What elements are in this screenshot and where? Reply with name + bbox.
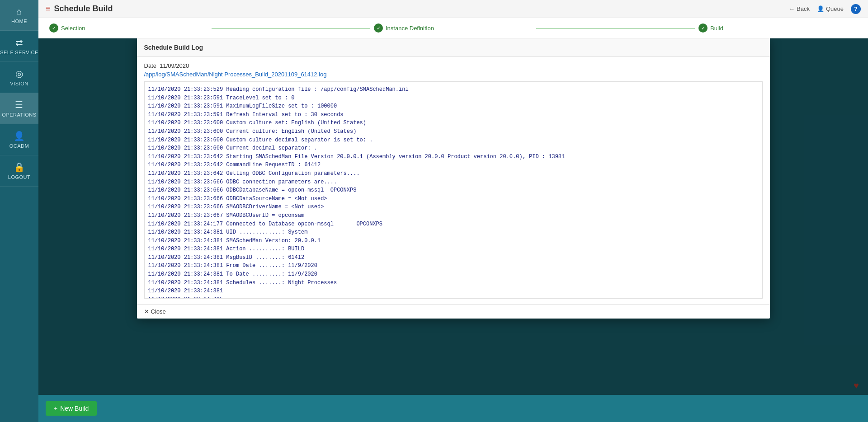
sidebar-item-vision-label: VISION (10, 81, 28, 86)
self-service-icon: ⇄ (15, 37, 24, 48)
help-button[interactable]: ? (851, 4, 861, 14)
queue-icon: 👤 (817, 5, 824, 12)
sidebar-item-vision[interactable]: ◎ VISION (0, 62, 38, 93)
sidebar-item-operations-label: OPERATIONS (2, 112, 36, 117)
date-value: 11/09/2020 (160, 62, 189, 69)
wizard-step-selection: ✓ Selection (49, 23, 208, 33)
sidebar-item-ocadm-label: OCADM (9, 143, 29, 149)
content-area: Schedule Build Log Date 11/09/2020 /app/… (38, 38, 868, 395)
wizard-check-instance: ✓ (374, 23, 383, 33)
page-title: Schedule Build (54, 4, 113, 14)
new-build-button[interactable]: + New Build (46, 401, 97, 416)
modal-header: Schedule Build Log (137, 38, 770, 57)
close-button-label: Close (151, 308, 166, 315)
wizard-step-instance-label: Instance Definition (386, 25, 434, 32)
back-button-label: Back (797, 5, 810, 12)
modal-body: Date 11/09/2020 /app/log/SMASchedMan/Nig… (137, 57, 770, 304)
close-button[interactable]: ✕ Close (144, 308, 166, 315)
sidebar-item-self-service[interactable]: ⇄ SELF SERVICE (0, 31, 38, 62)
logout-icon: 🔒 (14, 162, 25, 173)
sidebar-item-logout-label: LOGOUT (8, 174, 30, 180)
new-build-plus-icon: + (54, 405, 57, 412)
wizard-check-build: ✓ (698, 23, 708, 33)
page-title-bar: ≡ Schedule Build (46, 4, 113, 14)
header-actions: ← Back 👤 Queue ? (789, 4, 861, 14)
wizard-line-2 (536, 28, 695, 28)
wizard-bar: ✓ Selection ✓ Instance Definition ✓ Buil… (38, 18, 868, 38)
wizard-step-build: ✓ Build (698, 23, 857, 33)
sidebar-item-ocadm[interactable]: 👤 OCADM (0, 124, 38, 155)
log-file-link[interactable]: /app/log/SMASchedMan/Night Processes_Bui… (144, 71, 763, 78)
ocadm-icon: 👤 (14, 131, 25, 141)
date-label: Date (144, 62, 156, 69)
log-content[interactable]: 11/10/2020 21:33:23:529 Reading configur… (144, 81, 763, 299)
main-area: ≡ Schedule Build ← Back 👤 Queue ? ✓ Sele… (38, 0, 868, 422)
vision-icon: ◎ (15, 68, 24, 79)
modal-title: Schedule Build Log (144, 44, 203, 51)
wizard-step-instance: ✓ Instance Definition (374, 23, 533, 33)
sidebar-item-logout[interactable]: 🔒 LOGOUT (0, 155, 38, 187)
bottom-bar: + New Build (38, 395, 868, 422)
sidebar-item-operations[interactable]: ☰ OPERATIONS (0, 93, 38, 124)
back-button[interactable]: ← Back (789, 5, 810, 12)
sidebar-item-home[interactable]: ⌂ HOME (0, 0, 38, 31)
close-x-icon: ✕ (144, 308, 149, 315)
modal-footer: ✕ Close (137, 304, 770, 319)
schedule-build-log-modal: Schedule Build Log Date 11/09/2020 /app/… (137, 38, 770, 319)
page-title-icon: ≡ (46, 4, 51, 14)
back-arrow-icon: ← (789, 5, 795, 12)
queue-button-label: Queue (826, 5, 844, 12)
new-build-label: New Build (60, 405, 89, 412)
sidebar-item-home-label: HOME (11, 19, 27, 24)
wizard-step-selection-label: Selection (61, 25, 85, 32)
modal-date-row: Date 11/09/2020 (144, 62, 763, 69)
home-icon: ⌂ (16, 6, 22, 17)
modal-overlay: Schedule Build Log Date 11/09/2020 /app/… (38, 38, 868, 395)
help-icon: ? (854, 6, 857, 12)
wizard-step-build-label: Build (710, 25, 723, 32)
wizard-check-selection: ✓ (49, 23, 58, 33)
sidebar-item-self-service-label: SELF SERVICE (0, 50, 38, 55)
top-header: ≡ Schedule Build ← Back 👤 Queue ? (38, 0, 868, 18)
sidebar: ⌂ HOME ⇄ SELF SERVICE ◎ VISION ☰ OPERATI… (0, 0, 38, 422)
operations-icon: ☰ (15, 99, 24, 110)
wizard-line-1 (212, 28, 370, 28)
queue-button[interactable]: 👤 Queue (817, 5, 844, 12)
